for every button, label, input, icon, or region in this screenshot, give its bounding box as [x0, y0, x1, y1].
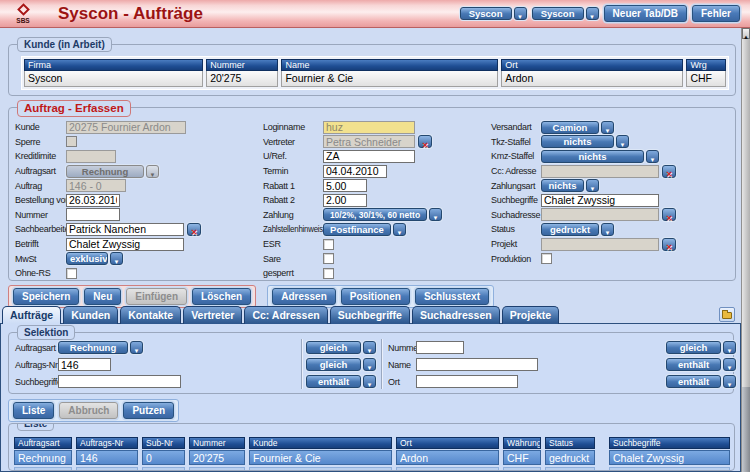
sel-name-field[interactable] — [416, 358, 538, 371]
betrifft-field[interactable] — [66, 238, 184, 251]
chevron-down-icon[interactable] — [363, 341, 376, 354]
positionen-button[interactable]: Positionen — [341, 288, 410, 305]
chevron-down-icon[interactable] — [110, 252, 123, 265]
chevron-down-icon[interactable] — [586, 179, 599, 192]
table-cell[interactable]: CHF — [503, 450, 541, 465]
chevron-down-icon[interactable] — [363, 358, 376, 371]
table-cell[interactable]: Ardon — [501, 71, 683, 87]
rabatt2-field[interactable] — [323, 194, 367, 207]
uref-field[interactable] — [323, 150, 415, 163]
table-cell[interactable]: CHF — [686, 71, 726, 87]
suchadresse-field[interactable] — [541, 208, 659, 221]
auftrag-field[interactable] — [66, 179, 126, 192]
chevron-down-icon[interactable] — [393, 223, 406, 236]
chevron-down-icon[interactable] — [723, 341, 736, 354]
table-cell[interactable]: 0 — [142, 450, 185, 465]
table-cell[interactable]: Chalet Zwyssig — [609, 450, 730, 465]
cc-adresse-field[interactable] — [541, 165, 659, 178]
projekt-field[interactable] — [541, 238, 659, 251]
zahlstellenhinweis-select[interactable]: Postfinance — [323, 223, 406, 236]
rabatt1-field[interactable] — [323, 179, 367, 192]
chevron-down-icon[interactable] — [646, 150, 659, 163]
chevron-down-icon[interactable] — [514, 7, 527, 20]
chevron-down-icon[interactable] — [146, 165, 159, 178]
vertreter-field[interactable] — [323, 135, 415, 148]
sel-auftragsart-select[interactable]: Rechnung — [58, 341, 143, 354]
table-cell[interactable]: Rechnung — [14, 450, 72, 465]
status-select[interactable]: gedruckt — [541, 223, 614, 236]
kmz-staffel-select[interactable]: nichts — [541, 150, 659, 163]
vertical-scrollbar[interactable] — [741, 28, 750, 472]
adressen-button[interactable]: Adressen — [272, 288, 336, 305]
gesperrt-checkbox[interactable] — [323, 268, 334, 279]
tab-cc-adressen[interactable]: Cc: Adressen — [244, 306, 327, 324]
table-cell[interactable]: Fournier & Cie — [249, 450, 392, 465]
sel-nummer-field[interactable] — [416, 341, 464, 354]
suchbegriffe-field[interactable] — [541, 194, 659, 207]
table-cell[interactable]: 146 — [76, 450, 138, 465]
cc-adresse-clear-button[interactable] — [662, 165, 676, 178]
chevron-down-icon[interactable] — [616, 135, 629, 148]
zahlung-select[interactable]: 10/2%, 30/1%, 60 netto — [323, 208, 442, 221]
scrollbar-thumb[interactable] — [742, 387, 750, 472]
projekt-clear-button[interactable] — [662, 238, 676, 251]
tab-vertreter[interactable]: Vertreter — [183, 306, 242, 324]
liste-selected-row[interactable]: Rechnung 146 0 20'275 Fournier & Cie Ard… — [14, 449, 730, 465]
sachbearbeiter-clear-button[interactable] — [187, 223, 201, 236]
kunde-field[interactable] — [66, 121, 186, 134]
sel-suchbegriffe-field[interactable] — [58, 375, 181, 388]
chevron-down-icon[interactable] — [601, 223, 614, 236]
termin-field[interactable] — [323, 165, 387, 178]
scroll-up-icon[interactable] — [742, 28, 750, 39]
sel-ort-field[interactable] — [416, 375, 518, 388]
db-selector-2[interactable]: Syscon — [532, 7, 599, 20]
sachbearbeiter-field[interactable] — [66, 223, 184, 236]
neuer-tab-db-button[interactable]: Neuer Tab/DB — [604, 5, 687, 22]
loeschen-button[interactable]: Löschen — [192, 288, 251, 305]
sel-name-op-select[interactable]: enthält — [666, 358, 736, 371]
chevron-down-icon[interactable] — [601, 121, 614, 134]
kreditlimite-field[interactable] — [66, 150, 116, 163]
sel-auftrags-nr-field[interactable] — [58, 358, 111, 371]
tab-kunden[interactable]: Kunden — [63, 306, 118, 324]
suchadresse-clear-button[interactable] — [662, 208, 676, 221]
produktion-checkbox[interactable] — [541, 253, 552, 264]
folder-button[interactable] — [719, 307, 735, 322]
chevron-down-icon[interactable] — [130, 341, 143, 354]
loginname-field[interactable] — [323, 121, 415, 134]
fehler-button[interactable]: Fehler — [692, 5, 740, 22]
table-cell[interactable]: Fournier & Cie — [281, 71, 498, 87]
sare-checkbox[interactable] — [323, 253, 334, 264]
vertreter-clear-button[interactable] — [418, 135, 432, 148]
esr-checkbox[interactable] — [323, 239, 334, 250]
sel-ort-op-select[interactable]: enthält — [666, 375, 736, 388]
auftragsart-select[interactable]: Rechnung — [66, 165, 159, 178]
table-cell[interactable]: 20'275 — [206, 71, 278, 87]
schlusstext-button[interactable]: Schlusstext — [415, 288, 489, 305]
table-cell[interactable]: 20'275 — [189, 450, 245, 465]
table-cell[interactable]: Syscon — [24, 71, 203, 87]
chevron-down-icon[interactable] — [586, 7, 599, 20]
abbruch-button[interactable]: Abbruch — [59, 402, 118, 419]
speichern-button[interactable]: Speichern — [13, 288, 79, 305]
tab-projekte[interactable]: Projekte — [502, 306, 559, 324]
sel-nummer-op-select[interactable]: gleich — [666, 341, 736, 354]
tab-suchbegriffe[interactable]: Suchbegriffe — [330, 306, 410, 324]
chevron-down-icon[interactable] — [363, 375, 376, 388]
chevron-down-icon[interactable] — [723, 358, 736, 371]
table-cell[interactable]: gedruckt — [545, 450, 595, 465]
chevron-down-icon[interactable] — [723, 375, 736, 388]
versandart-select[interactable]: Camion — [541, 121, 614, 134]
sperre-checkbox[interactable] — [66, 136, 77, 147]
db-selector-1[interactable]: Syscon — [460, 7, 527, 20]
putzen-button[interactable]: Putzen — [123, 402, 174, 419]
neu-button[interactable]: Neu — [84, 288, 121, 305]
liste-button[interactable]: Liste — [13, 402, 54, 419]
liste-partial-row[interactable] — [14, 465, 730, 471]
sel-suchbegriffe-op-select[interactable]: enthält — [306, 375, 376, 388]
tab-kontakte[interactable]: Kontakte — [120, 306, 181, 324]
sel-auftragsart-op-select[interactable]: gleich — [306, 341, 376, 354]
ohne-rs-checkbox[interactable] — [66, 268, 77, 279]
tkz-staffel-select[interactable]: nichts — [541, 135, 629, 148]
table-cell[interactable]: Ardon — [396, 450, 499, 465]
